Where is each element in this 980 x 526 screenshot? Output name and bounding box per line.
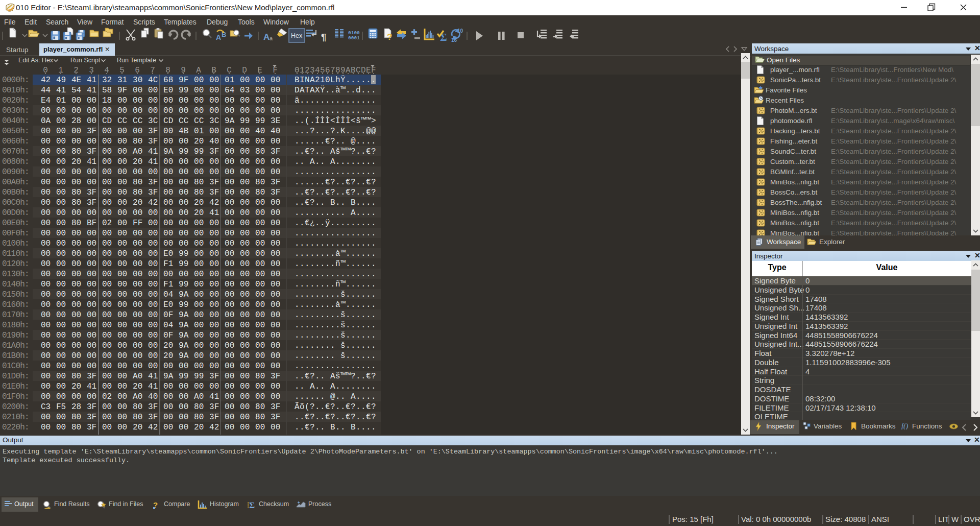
svg-text:Hex: Hex <box>291 32 303 39</box>
svg-text:A: A <box>216 33 221 41</box>
svg-text:16: 16 <box>451 37 457 43</box>
svg-text:10: 10 <box>457 28 463 34</box>
svg-text:A: A <box>263 32 270 42</box>
svg-text:¶: ¶ <box>321 32 327 42</box>
svg-text:0001: 0001 <box>348 35 360 41</box>
svg-text:a: a <box>270 35 273 41</box>
svg-text:?: ? <box>387 32 392 42</box>
svg-text:Σ: Σ <box>249 500 255 509</box>
svg-text:f(): f() <box>901 422 909 429</box>
